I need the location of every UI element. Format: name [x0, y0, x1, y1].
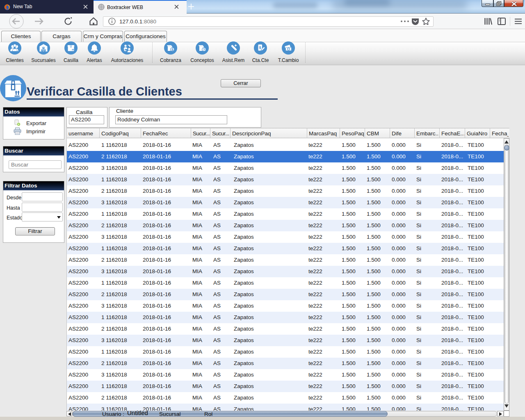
svg-text:$: $ [171, 48, 173, 52]
svg-text:$: $ [259, 45, 262, 50]
svg-text:?: ? [203, 48, 205, 52]
